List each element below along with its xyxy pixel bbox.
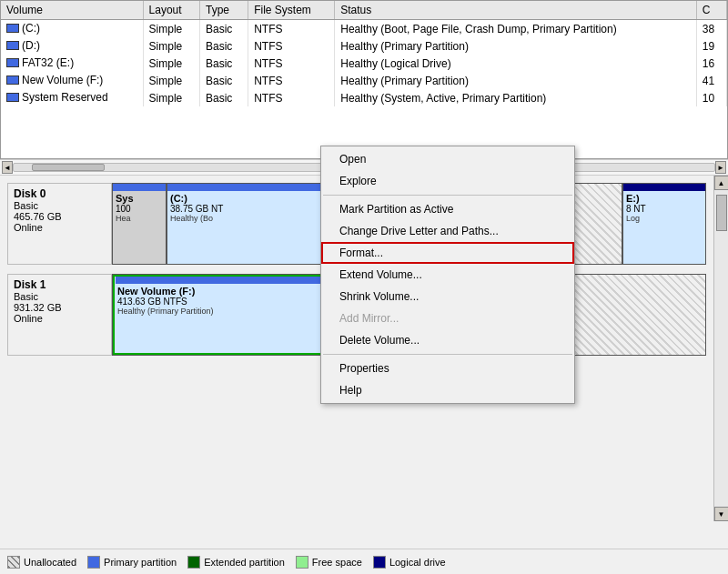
disk0-e-header: [623, 184, 705, 191]
disk0-status: Online: [14, 222, 106, 233]
scroll-down-btn[interactable]: ▼: [714, 507, 729, 521]
menu-item-extend[interactable]: Extend Volume...: [321, 264, 574, 286]
scroll-up-btn[interactable]: ▲: [714, 176, 729, 190]
disk0-sys-status: Hea: [116, 214, 163, 223]
disk0-e-size: 8 NT: [626, 204, 703, 214]
scroll-thumb[interactable]: [32, 164, 105, 171]
menu-item-format[interactable]: Format...: [321, 242, 574, 264]
cell-cap: 41: [696, 72, 726, 89]
disk0-sys-name: Sys: [116, 193, 163, 204]
cell-type: Basic: [199, 72, 248, 89]
legend-freespace-label: Free space: [312, 557, 362, 568]
disk1-type: Basic: [14, 291, 106, 302]
cell-fs: NTFS: [248, 55, 335, 72]
legend-unallocated-label: Unallocated: [24, 557, 76, 568]
disk0-sys-partition[interactable]: Sys 100 Hea: [113, 184, 167, 264]
cell-layout: Simple: [143, 55, 199, 72]
cell-type: Basic: [199, 37, 248, 55]
menu-item-open[interactable]: Open: [321, 148, 574, 170]
menu-item-add-mirror: Add Mirror...: [321, 307, 574, 329]
legend-freespace-box: [296, 556, 308, 569]
col-status[interactable]: Status: [335, 1, 697, 20]
cell-layout: Simple: [143, 72, 199, 89]
cell-status: Healthy (Primary Partition): [335, 72, 697, 89]
disk0-e-partition[interactable]: E:) 8 NT Log: [623, 184, 705, 264]
cell-cap: 38: [696, 20, 726, 38]
disk0-e-status: Log: [626, 214, 703, 223]
cell-fs: NTFS: [248, 37, 335, 55]
cell-type: Basic: [199, 89, 248, 106]
cell-fs: NTFS: [248, 72, 335, 89]
cell-volume: FAT32 (E:): [1, 55, 143, 72]
menu-item-properties[interactable]: Properties: [321, 357, 574, 379]
col-volume[interactable]: Volume: [1, 1, 143, 20]
menu-item-mark-active[interactable]: Mark Partition as Active: [321, 198, 574, 220]
table-row[interactable]: FAT32 (E:) Simple Basic NTFS Healthy (Lo…: [1, 55, 727, 72]
legend-extended-label: Extended partition: [204, 557, 285, 568]
cell-fs: NTFS: [248, 20, 335, 38]
cell-cap: 10: [696, 89, 726, 106]
cell-cap: 16: [696, 55, 726, 72]
legend-unallocated-box: [7, 556, 20, 569]
cell-layout: Simple: [143, 37, 199, 55]
menu-item-change-letter[interactable]: Change Drive Letter and Paths...: [321, 220, 574, 242]
cell-volume: (C:): [1, 20, 143, 38]
legend-extended-box: [187, 556, 200, 569]
cell-fs: NTFS: [248, 89, 335, 106]
table-row[interactable]: (C:) Simple Basic NTFS Healthy (Boot, Pa…: [1, 20, 727, 38]
legend-primary-label: Primary partition: [104, 557, 177, 568]
cell-layout: Simple: [143, 89, 199, 106]
menu-separator-delete: [323, 354, 572, 355]
legend-freespace: Free space: [296, 556, 362, 569]
menu-separator-explore: [323, 195, 572, 196]
disk-table: Volume Layout Type File System Status C …: [1, 1, 727, 106]
col-filesystem[interactable]: File System: [248, 1, 335, 20]
cell-status: Healthy (Primary Partition): [335, 37, 697, 55]
cell-type: Basic: [199, 55, 248, 72]
disk0-name: Disk 0: [14, 187, 106, 200]
legend-logical-box: [373, 556, 386, 569]
disk0-size: 465.76 GB: [14, 211, 106, 222]
scrollbar-thumb[interactable]: [716, 195, 727, 231]
menu-item-explore[interactable]: Explore: [321, 170, 574, 192]
cell-type: Basic: [199, 20, 248, 38]
cell-volume: (D:): [1, 37, 143, 55]
disk1-label: Disk 1 Basic 931.32 GB Online: [7, 274, 112, 356]
disk-table-container: Volume Layout Type File System Status C …: [0, 0, 728, 159]
legend-primary: Primary partition: [87, 556, 177, 569]
disk1-size: 931.32 GB: [14, 302, 106, 313]
context-menu: OpenExploreMark Partition as ActiveChang…: [320, 146, 575, 404]
legend-primary-box: [87, 556, 100, 569]
legend-unallocated: Unallocated: [7, 556, 76, 569]
legend: Unallocated Primary partition Extended p…: [0, 549, 728, 574]
disk0-sys-size: 100: [116, 204, 163, 214]
disk0-type: Basic: [14, 200, 106, 211]
cell-status: Healthy (System, Active, Primary Partiti…: [335, 89, 697, 106]
cell-volume: New Volume (F:): [1, 72, 143, 89]
menu-item-shrink[interactable]: Shrink Volume...: [321, 286, 574, 307]
cell-cap: 19: [696, 37, 726, 55]
cell-volume: System Reserved: [1, 89, 143, 106]
disk1-status: Online: [14, 313, 106, 324]
cell-layout: Simple: [143, 20, 199, 38]
disk0-e-name: E:): [626, 193, 703, 204]
table-row[interactable]: (D:) Simple Basic NTFS Healthy (Primary …: [1, 37, 727, 55]
legend-logical: Logical drive: [373, 556, 446, 569]
scroll-left-btn[interactable]: ◄: [2, 161, 13, 174]
menu-item-delete[interactable]: Delete Volume...: [321, 329, 574, 351]
cell-status: Healthy (Logical Drive): [335, 55, 697, 72]
disk0-sys-header: [113, 184, 166, 191]
disk0-label: Disk 0 Basic 465.76 GB Online: [7, 183, 112, 265]
col-cap[interactable]: C: [696, 1, 726, 20]
vertical-scrollbar[interactable]: ▲ ▼: [713, 176, 728, 521]
disk1-name: Disk 1: [14, 278, 106, 291]
legend-extended: Extended partition: [187, 556, 285, 569]
col-type[interactable]: Type: [199, 1, 248, 20]
col-layout[interactable]: Layout: [143, 1, 199, 20]
menu-item-help[interactable]: Help: [321, 379, 574, 401]
table-row[interactable]: System Reserved Simple Basic NTFS Health…: [1, 89, 727, 106]
legend-logical-label: Logical drive: [389, 557, 446, 568]
table-row[interactable]: New Volume (F:) Simple Basic NTFS Health…: [1, 72, 727, 89]
scrollbar-track: [715, 190, 728, 507]
scroll-right-btn[interactable]: ►: [715, 161, 726, 174]
